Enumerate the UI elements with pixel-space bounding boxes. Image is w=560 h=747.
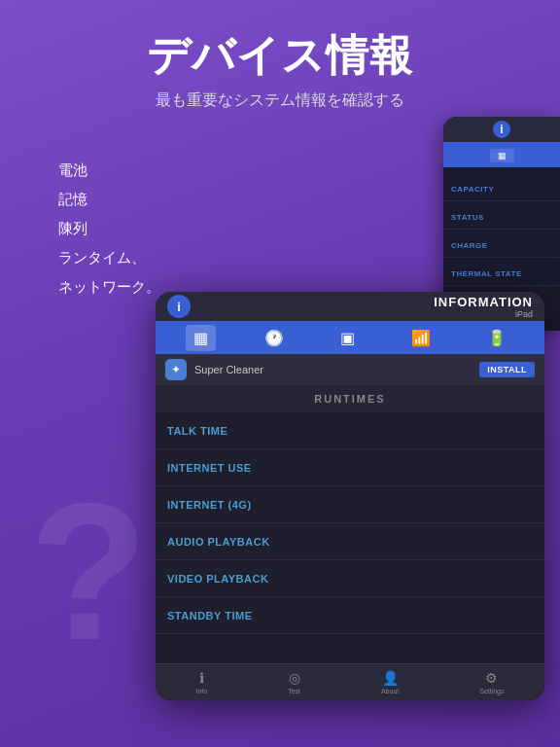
device-info-badge: i	[167, 295, 191, 318]
mini-tab-bar: ▦	[443, 144, 560, 167]
mini-info-icon: i	[493, 121, 510, 138]
runtime-row-standby: STANDBY TIME	[156, 597, 544, 634]
runtime-row-internet: INTERNET USE	[156, 449, 544, 486]
tab-grid-icon[interactable]: ▦	[186, 325, 216, 351]
runtime-internet-label: INTERNET USE	[167, 462, 252, 474]
runtimes-section-header: RUNTIMES	[156, 385, 544, 412]
tab-clock-icon[interactable]: 🕐	[257, 325, 292, 351]
runtime-video-label: VIDEO PLAYBACK	[167, 573, 268, 585]
mini-row-capacity: CAPACITY	[443, 173, 560, 201]
device-bottom-nav[interactable]: ℹ Info ◎ Test 👤 About ⚙ Settings	[156, 663, 544, 700]
app-install-button[interactable]: INSTALL	[479, 362, 535, 377]
runtime-audio-label: AUDIO PLAYBACK	[167, 536, 270, 548]
device-tab-bar[interactable]: ▦ 🕐 ▣ 📶 🔋	[156, 321, 544, 354]
feature-list: 電池 記憶 陳列 ランタイム、 ネットワーク。	[58, 156, 160, 302]
mini-device-rows: CAPACITY STATUS CHARGE THERMAL STATE	[443, 167, 560, 292]
feature-item-4: ランタイム、	[58, 243, 160, 272]
runtimes-label: RUNTIMES	[314, 393, 385, 405]
bottom-info-label: Info	[195, 688, 207, 694]
bottom-test-label: Test	[288, 688, 300, 694]
runtime-talk-label: TALK TIME	[167, 425, 228, 437]
runtime-standby-label: STANDBY TIME	[167, 610, 253, 622]
mini-row-thermal: THERMAL STATE	[443, 258, 560, 286]
bottom-info-icon: ℹ	[199, 670, 204, 686]
tab-chart-icon[interactable]: ▣	[332, 325, 363, 351]
feature-item-2: 記憶	[58, 185, 160, 214]
page-title: デバイス情報	[0, 27, 560, 85]
mini-row-charge: CHARGE	[443, 230, 560, 258]
device-title: INFORMATION	[434, 295, 533, 309]
question-mark-decoration: ?	[29, 475, 148, 669]
runtime-row-internet4g: INTERNET (4G)	[156, 486, 544, 523]
feature-item-1: 電池	[58, 156, 160, 185]
bottom-about-icon: 👤	[382, 670, 399, 686]
bottom-nav-about[interactable]: 👤 About	[381, 670, 399, 694]
mini-device-header: i	[443, 117, 560, 144]
bottom-nav-settings[interactable]: ⚙ Settings	[479, 670, 504, 694]
bottom-settings-label: Settings	[479, 688, 504, 694]
bottom-settings-icon: ⚙	[485, 670, 498, 686]
device-header-bar: i INFORMATION iPad	[156, 292, 544, 321]
tab-battery-icon[interactable]: 🔋	[479, 325, 514, 351]
app-promo-icon: ✦	[165, 359, 187, 380]
runtime-row-video: VIDEO PLAYBACK	[156, 560, 544, 597]
bottom-test-icon: ◎	[289, 670, 300, 686]
mini-row-status: STATUS	[443, 201, 560, 230]
bottom-about-label: About	[381, 688, 399, 694]
feature-item-3: 陳列	[58, 214, 160, 243]
bottom-nav-test[interactable]: ◎ Test	[288, 670, 300, 694]
bottom-nav-info[interactable]: ℹ Info	[195, 670, 207, 694]
device-title-block: INFORMATION iPad	[434, 295, 533, 319]
runtime-row-audio: AUDIO PLAYBACK	[156, 523, 544, 560]
tab-wifi-icon[interactable]: 📶	[403, 325, 438, 351]
main-device: i INFORMATION iPad ▦ 🕐 ▣ 📶 🔋 ✦ Super Cle…	[156, 292, 544, 700]
mini-tab-icon: ▦	[490, 149, 514, 162]
runtime-row-talk: TALK TIME	[156, 412, 544, 449]
page-subtitle: 最も重要なシステム情報を確認する	[0, 90, 560, 111]
app-promo-bar: ✦ Super Cleaner INSTALL	[156, 354, 544, 385]
app-promo-name: Super Cleaner	[194, 364, 472, 375]
device-subtitle: iPad	[434, 309, 533, 319]
runtime-internet4g-label: INTERNET (4G)	[167, 499, 252, 511]
feature-item-5: ネットワーク。	[58, 272, 160, 302]
